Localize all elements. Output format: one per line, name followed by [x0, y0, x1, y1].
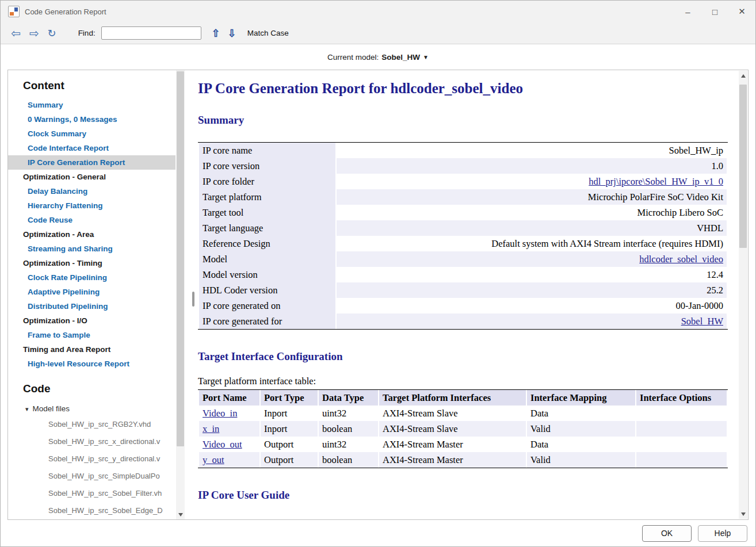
sidebar-section-optimization-timing: Optimization - Timing	[8, 256, 175, 270]
table-row: Model hdlcoder_sobel_video	[199, 251, 727, 267]
table-row: Video_in Inport uint32 AXI4-Stream Slave…	[199, 406, 727, 421]
summary-value: Sobel_HW_ip	[337, 143, 727, 158]
file-item[interactable]: Sobel_HW_ip_src_RGB2Y.vhd	[8, 416, 184, 433]
sidebar: Content Summary 0 Warnings, 0 Messages C…	[8, 70, 185, 519]
sidebar-item-streaming-and-sharing[interactable]: Streaming and Sharing	[8, 242, 175, 256]
port-cell: AXI4-Stream Master	[379, 452, 526, 468]
sidebar-item-hierarchy-flattening[interactable]: Hierarchy Flattening	[8, 198, 175, 213]
summary-label: Model	[199, 251, 335, 267]
file-item[interactable]: Sobel_HW_ip_src_Sobel_Filter.vh	[8, 485, 184, 502]
port-cell: Inport	[261, 406, 318, 421]
code-generation-report-window: Code Generation Report – □ ✕ ⇦ ⇨ ↻ Find:…	[0, 0, 756, 547]
port-cell: Outport	[261, 452, 318, 468]
model-link[interactable]: hdlcoder_sobel_video	[639, 254, 723, 265]
port-cell: boolean	[319, 452, 378, 468]
table-row: Target platform Microchip PolarFire SoC …	[199, 189, 727, 205]
sidebar-item-distributed-pipelining[interactable]: Distributed Pipelining	[8, 299, 175, 313]
table-row: Target tool Microchip Libero SoC	[199, 205, 727, 220]
back-icon[interactable]: ⇦	[11, 28, 21, 39]
generated-for-link[interactable]: Sobel_HW	[681, 316, 723, 327]
table-row: Video_out Outport uint32 AXI4-Stream Mas…	[199, 437, 727, 452]
scroll-down-icon[interactable]	[739, 510, 747, 518]
column-header: Target Platform Interfaces	[379, 390, 526, 406]
refresh-icon[interactable]: ↻	[48, 28, 56, 39]
scroll-down-icon[interactable]	[176, 510, 185, 519]
collapse-triangle-icon[interactable]: ▾	[25, 406, 29, 412]
report-scrollbar-thumb[interactable]	[739, 85, 747, 248]
port-table-caption: Target platform interface table:	[198, 376, 734, 387]
summary-label: IP core name	[199, 143, 335, 158]
sidebar-item-clock-rate-pipelining[interactable]: Clock Rate Pipelining	[8, 270, 175, 285]
minimize-icon[interactable]: –	[674, 1, 701, 22]
file-item[interactable]: Sobel_HW_ip_src_Sobel_Edge_D	[8, 502, 184, 519]
model-files-group[interactable]: ▾Model files	[8, 402, 185, 416]
column-header: Interface Mapping	[527, 390, 635, 406]
model-dropdown-icon[interactable]: ▼	[423, 53, 429, 60]
port-cell: AXI4-Stream Slave	[379, 406, 526, 421]
sidebar-item-summary[interactable]: Summary	[8, 98, 175, 112]
ip-core-user-guide-heading: IP Core User Guide	[198, 489, 734, 502]
summary-value: Sobel_HW	[337, 313, 727, 329]
port-cell	[636, 421, 727, 437]
table-row: y_out Outport boolean AXI4-Stream Master…	[199, 452, 727, 468]
summary-label: Reference Design	[199, 236, 335, 251]
port-link[interactable]: x_in	[203, 423, 219, 434]
sidebar-scrollbar-thumb[interactable]	[177, 71, 184, 446]
ok-button[interactable]: OK	[642, 525, 692, 542]
table-row: Reference Design Default system with AXI…	[199, 236, 727, 251]
port-link[interactable]: Video_in	[203, 408, 237, 419]
summary-value: Microchip Libero SoC	[337, 205, 727, 220]
find-next-icon[interactable]: ⇩	[228, 28, 236, 39]
port-cell: Inport	[261, 421, 318, 437]
column-header: Port Name	[199, 390, 259, 406]
sidebar-item-delay-balancing[interactable]: Delay Balancing	[8, 184, 175, 198]
maximize-icon[interactable]: □	[701, 1, 728, 22]
sidebar-scrollbar[interactable]	[176, 70, 185, 519]
help-button[interactable]: Help	[698, 525, 747, 542]
summary-heading: Summary	[198, 114, 734, 127]
footer-bar: OK Help	[1, 520, 755, 546]
forward-icon[interactable]: ⇨	[29, 28, 39, 39]
close-icon[interactable]: ✕	[728, 1, 755, 22]
port-link[interactable]: Video_out	[203, 439, 242, 450]
scroll-up-icon[interactable]	[739, 71, 747, 80]
port-cell	[636, 406, 727, 421]
summary-value: 00-Jan-0000	[337, 298, 727, 313]
target-interface-configuration-heading: Target Interface Configuration	[198, 350, 734, 363]
file-item[interactable]: Sobel_HW_ip_src_y_directional.v	[8, 450, 184, 468]
sidebar-item-adaptive-pipelining[interactable]: Adaptive Pipelining	[8, 285, 175, 299]
port-cell: AXI4-Stream Slave	[379, 421, 526, 437]
ip-core-folder-link[interactable]: hdl_prj\ipcore\Sobel_HW_ip_v1_0	[589, 176, 723, 187]
file-item[interactable]: Sobel_HW_ip_src_SimpleDualPo	[8, 468, 184, 485]
report-scrollbar[interactable]	[739, 71, 747, 519]
match-case-toggle[interactable]: Match Case	[247, 29, 289, 37]
find-input[interactable]	[101, 26, 201, 40]
port-cell: Data	[527, 406, 635, 421]
port-link[interactable]: y_out	[203, 454, 224, 465]
report-pane: IP Core Generation Report for hdlcoder_s…	[185, 70, 748, 519]
summary-value: hdl_prj\ipcore\Sobel_HW_ip_v1_0	[337, 174, 727, 189]
current-model-name[interactable]: Sobel_HW	[381, 53, 420, 62]
sidebar-item-frame-to-sample[interactable]: Frame to Sample	[8, 328, 175, 342]
table-row: IP core folder hdl_prj\ipcore\Sobel_HW_i…	[199, 174, 727, 189]
table-row: IP core generated on 00-Jan-0000	[199, 298, 727, 313]
summary-label: Target tool	[199, 205, 335, 220]
port-cell: Outport	[261, 437, 318, 452]
file-item[interactable]: Sobel_HW_ip_src_x_directional.v	[8, 433, 184, 450]
model-files-label: Model files	[33, 404, 70, 413]
sidebar-item-warnings-messages[interactable]: 0 Warnings, 0 Messages	[8, 112, 175, 127]
title-bar: Code Generation Report – □ ✕	[1, 1, 755, 22]
summary-label: HDL Coder version	[199, 282, 335, 298]
summary-label: IP core generated on	[199, 298, 335, 313]
summary-label: IP core version	[199, 158, 335, 174]
sidebar-item-code-interface-report[interactable]: Code Interface Report	[8, 141, 175, 155]
sidebar-item-clock-summary[interactable]: Clock Summary	[8, 127, 175, 141]
sidebar-item-code-reuse[interactable]: Code Reuse	[8, 213, 175, 227]
sidebar-item-ip-core-generation-report[interactable]: IP Core Generation Report	[8, 155, 175, 170]
table-row: IP core generated for Sobel_HW	[199, 313, 727, 329]
report-app-icon	[8, 6, 20, 17]
sidebar-item-high-level-resource-report[interactable]: High-level Resource Report	[8, 357, 175, 371]
find-previous-icon[interactable]: ⇧	[212, 28, 220, 39]
column-header: Data Type	[319, 390, 378, 406]
window-controls: – □ ✕	[674, 1, 755, 22]
